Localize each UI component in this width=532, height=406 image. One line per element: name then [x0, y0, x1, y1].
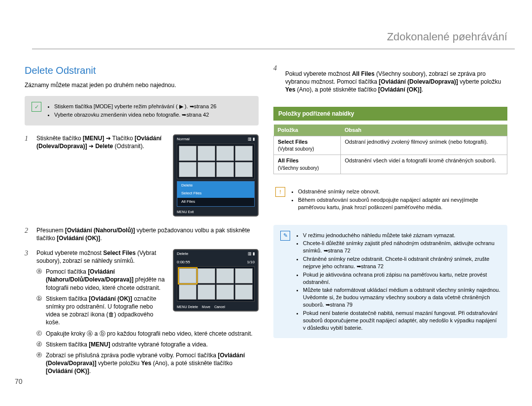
info-item: Pokud není baterie dostatečně nabitá, ne…	[303, 310, 500, 332]
step-list: 1 Normal▥ ▮ Delete Select Files All File…	[25, 134, 259, 378]
table-item-sub: (Vybrat soubory)	[278, 146, 314, 152]
right-column: 4 Pokud vyberete možnost All Files (Všec…	[273, 64, 507, 383]
step: 1 Normal▥ ▮ Delete Select Files All File…	[25, 134, 259, 221]
step-number: 3	[25, 249, 32, 378]
substep-mark: ⓔ	[36, 351, 42, 375]
table-row: Select Files(Vybrat soubory) Odstraní je…	[274, 136, 507, 155]
lcd-screenshot: Delete▥ ▮ 0:00:551/10 MENU Delete Move C…	[168, 249, 259, 316]
screen-menu-item-selected: Select Files	[177, 189, 254, 198]
manual-page: Zdokonalené pøehrávání 70 Delete Odstran…	[0, 0, 532, 406]
table-item-sub: (Všechny soubory)	[278, 165, 319, 171]
screen-footer-cancel: Cancel	[214, 305, 225, 309]
step-number: 2	[25, 226, 32, 244]
battery-icon: ▥ ▮	[248, 251, 255, 257]
screen-menu-heading: Delete	[177, 182, 254, 190]
step-text: Pokud vyberete možnost All Files (Všechn…	[285, 70, 507, 94]
table-item-name: All Files	[278, 157, 299, 163]
table-item-desc: Odstranění všech videí a fotografií krom…	[341, 155, 507, 174]
table-row: All Files(Všechny soubory) Odstranění vš…	[274, 155, 507, 174]
screen-mode-label: Normal	[177, 137, 190, 142]
substep-mark: ⓒ	[36, 330, 42, 338]
substep-text: Opakujte kroky ⓐ a ⓑ pro každou fotograf…	[46, 330, 253, 338]
warning-icon: !	[275, 187, 285, 197]
substep: ⓔ Zobrazí se příslušná zpráva podle vybr…	[36, 351, 259, 375]
substep: ⓒ Opakujte kroky ⓐ a ⓑ pro každou fotogr…	[36, 330, 259, 338]
substep: ⓓ Stiskem tlačítka [MENU] odstraňte vybr…	[36, 341, 259, 348]
screen-footer-delete: MENU Delete	[177, 305, 198, 309]
warning-item: Během odstraňování souborů neodpojujte n…	[298, 196, 505, 211]
substep-text: Stiskem tlačítka [MENU] odstraňte vybran…	[46, 341, 208, 348]
tip-item: Vyberte obrazovku zmenšenin videa nebo f…	[54, 111, 216, 119]
substep-mark: ⓓ	[36, 341, 42, 348]
screen-footer-move: Move	[202, 305, 210, 309]
screen-count: 1/10	[247, 260, 255, 265]
substep-mark: ⓑ	[36, 295, 42, 327]
battery-icon: ▥ ▮	[248, 137, 255, 142]
step-number: 1	[25, 134, 32, 221]
info-item: Můžete také naformátovat ukládací médium…	[303, 286, 500, 309]
page-number: 70	[15, 377, 23, 386]
table-header-item: Položka	[274, 125, 341, 136]
table-item-name: Select Files	[278, 139, 308, 145]
substep-text: Zobrazí se příslušná zpráva podle vybran…	[46, 351, 259, 375]
step: 2 Přesunem [Ovládání (Nahoru/Dolů)] vybe…	[25, 226, 259, 244]
warning-item: Odstraněné snímky nelze obnovit.	[298, 188, 505, 195]
warning-list: Odstraněné snímky nelze obnovit. Během o…	[291, 187, 505, 212]
info-item: V režimu jednoduchého náhledu můžete tak…	[303, 232, 500, 239]
screen-menu-item: All Files	[177, 198, 254, 206]
step-number: 4	[273, 64, 280, 100]
warning-box: ! Odstraněné snímky nelze obnovit. Během…	[273, 181, 507, 218]
info-list: V režimu jednoduchého náhledu můžete tak…	[296, 231, 500, 333]
info-item: Pokud je aktivována ochrana proti zápisu…	[303, 271, 500, 286]
substep: ⓐ Pomocí tlačítka [Ovládání (Nahoru/Dolů…	[36, 268, 168, 292]
tip-box: ✓ Stiskem tlačítka [MODE] vyberte režim …	[25, 96, 259, 125]
intro-text: Záznamy můžete mazat jeden po druhém neb…	[25, 81, 259, 89]
tip-list: Stiskem tlačítka [MODE] vyberte režim př…	[47, 102, 216, 120]
screen-time: 0:00:55	[177, 260, 190, 265]
screen-mode-label: Delete	[177, 251, 188, 257]
table-header-content: Obsah	[341, 125, 507, 136]
chapter-title: Zdokonalené pøehrávání	[387, 30, 507, 44]
table-item-desc: Odstraní jednotlivý zvolený filmový sním…	[341, 136, 507, 155]
lcd-screenshot: Normal▥ ▮ Delete Select Files All Files …	[168, 134, 259, 221]
left-column: Delete Odstranit Záznamy můžete mazat je…	[25, 64, 259, 383]
submenu-heading: Položky podřízené nabídky	[273, 107, 507, 121]
substep-text: Stiskem tlačítka [Ovládání (OK)] označít…	[46, 295, 168, 327]
substep-mark: ⓐ	[36, 268, 42, 292]
info-box: ✎ V režimu jednoduchého náhledu můžete t…	[273, 225, 507, 339]
info-item: Chráněné snímky nelze odstranit. Chcete-…	[303, 255, 500, 270]
info-item: Chcete-li důležité snímky zajistit před …	[303, 240, 500, 254]
check-icon: ✓	[32, 102, 41, 112]
submenu-table: Položka Obsah Select Files(Vybrat soubor…	[273, 125, 507, 174]
substep: ⓑ Stiskem tlačítka [Ovládání (OK)] označ…	[36, 295, 168, 327]
section-title: Delete Odstranit	[25, 64, 259, 77]
info-icon: ✎	[280, 231, 290, 241]
step: 4 Pokud vyberete možnost All Files (Všec…	[273, 64, 507, 100]
screen-footer-exit: MENU Exit	[177, 210, 194, 214]
step-text: Přesunem [Ovládání (Nahoru/Dolů)] vybert…	[36, 226, 259, 242]
tip-item: Stiskem tlačítka [MODE] vyberte režim př…	[54, 103, 216, 110]
two-column-layout: Delete Odstranit Záznamy můžete mazat je…	[25, 64, 507, 383]
step: 3 Delete▥ ▮ 0:00:551/10 MENU Delete Move	[25, 249, 259, 378]
substep-text: Pomocí tlačítka [Ovládání (Nahoru/Dolů/D…	[46, 268, 168, 292]
